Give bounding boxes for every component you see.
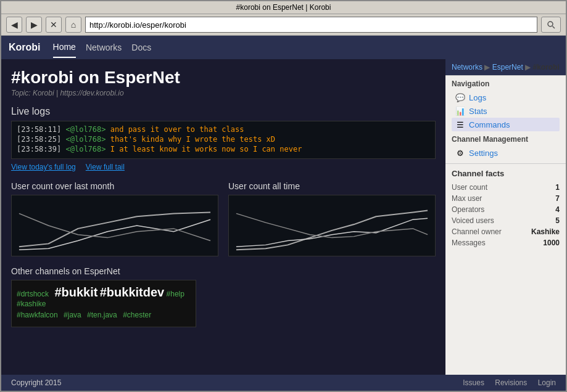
browser-window: #korobi on EsperNet | Korobi ◀ ▶ ✕ ⌂ Kor… <box>0 0 567 392</box>
log-links: View today's full log View full tail <box>11 163 436 171</box>
log-time-1: [23:58:11] <box>17 125 61 134</box>
channels-row-1: #drtshock #bukkit #bukkitdev #help #kash… <box>17 285 191 308</box>
footer-revisions-link[interactable]: Revisions <box>495 378 527 387</box>
charts-row: User count over last month <box>11 181 436 256</box>
commands-icon: ☰ <box>455 120 465 129</box>
forward-button[interactable]: ▶ <box>26 17 42 33</box>
channels-box: #drtshock #bukkit #bukkitdev #help #kash… <box>11 280 196 327</box>
fact-voiced-label: Voiced users <box>452 216 494 225</box>
chart1-area <box>11 195 218 256</box>
content-area: #korobi on EsperNet Topic: Korobi | http… <box>1 59 445 375</box>
chart1-svg <box>12 195 218 256</box>
channel-ten-java[interactable]: #ten.java <box>87 311 117 319</box>
chart2-container: User count all time <box>228 181 436 256</box>
channel-bukkit[interactable]: #bukkit <box>54 285 97 299</box>
svg-line-1 <box>553 27 555 29</box>
fact-max-user: Max user 7 <box>452 193 560 204</box>
view-full-tail-link[interactable]: View full tail <box>86 163 125 171</box>
log-time-3: [23:58:39] <box>17 145 61 153</box>
fact-operators: Operators 4 <box>452 204 560 215</box>
log-line-1: [23:58:11] <@lol768> and pass it over to… <box>17 125 430 134</box>
channel-java[interactable]: #java <box>64 311 81 319</box>
channel-tag-drtshock[interactable]: #drtshock <box>17 290 49 298</box>
channel-chester[interactable]: #chester <box>123 311 151 319</box>
chart1-container: User count over last month <box>11 181 218 256</box>
channel-kashike[interactable]: #kashike <box>17 300 46 308</box>
fact-user-count: User count 1 <box>452 182 560 193</box>
logs-link[interactable]: Logs <box>469 93 486 102</box>
breadcrumb-sep1: ▶ <box>484 63 492 71</box>
log-user-3: <@lol768> <box>65 145 106 153</box>
channel-help[interactable]: #help <box>167 290 184 298</box>
nav-link-networks[interactable]: Networks <box>86 38 122 57</box>
address-bar[interactable] <box>85 17 537 33</box>
copyright-text: Copyright 2015 <box>11 378 61 387</box>
chart2-area <box>228 195 436 256</box>
log-user-2: <@lol768> <box>65 135 106 144</box>
log-line-2: [23:58:25] <@lol768> that's kinda why I … <box>17 135 430 144</box>
nav-link-home[interactable]: Home <box>53 37 76 58</box>
main-layout: #korobi on EsperNet Topic: Korobi | http… <box>1 59 566 375</box>
fact-user-count-value: 1 <box>555 183 560 192</box>
logs-icon: 💬 <box>455 92 465 102</box>
stop-button[interactable]: ✕ <box>46 17 62 33</box>
fact-user-count-label: User count <box>452 183 487 192</box>
chart1-title: User count over last month <box>11 181 218 191</box>
fact-messages-value: 1000 <box>543 239 560 247</box>
title-bar: #korobi on EsperNet | Korobi <box>1 1 566 14</box>
footer-issues-link[interactable]: Issues <box>463 378 484 387</box>
fact-operators-label: Operators <box>452 205 484 214</box>
breadcrumb-current: #korobi <box>532 63 559 71</box>
facts-table: User count 1 Max user 7 Operators 4 Vo <box>452 182 560 248</box>
page-title: #korobi on EsperNet <box>11 68 436 88</box>
page-content: Korobi Home Networks Docs #korobi on Esp… <box>1 36 566 391</box>
fact-operators-value: 4 <box>555 205 560 214</box>
fact-messages-label: Messages <box>452 239 486 247</box>
fact-max-user-label: Max user <box>452 194 482 203</box>
sidebar-item-logs[interactable]: 💬 Logs <box>452 91 560 104</box>
log-line-3: [23:58:39] <@lol768> I at least know it … <box>17 145 430 153</box>
breadcrumb-networks[interactable]: Networks <box>452 63 482 71</box>
log-user-1: <@lol768> <box>65 125 106 134</box>
page-footer: Copyright 2015 Issues Revisions Login <box>1 375 566 391</box>
fact-voiced-value: 5 <box>555 216 560 225</box>
footer-login-link[interactable]: Login <box>538 378 556 387</box>
breadcrumb-sep2: ▶ <box>525 63 532 71</box>
channels-row-2: #hawkfalcon #java #ten.java #chester <box>17 311 191 319</box>
log-msg-3: I at least know it works now so I can ne… <box>110 145 302 153</box>
brand-logo: Korobi <box>9 42 41 53</box>
sidebar-item-commands[interactable]: ☰ Commands <box>452 118 560 131</box>
log-msg-2: that's kinda why I wrote the tests xD <box>110 135 275 144</box>
settings-link[interactable]: Settings <box>469 149 498 158</box>
navigation-title: Navigation <box>452 80 560 88</box>
home-button[interactable]: ⌂ <box>65 17 81 33</box>
fact-channel-owner: Channel owner Kashike <box>452 226 560 237</box>
breadcrumb-espernet[interactable]: EsperNet <box>492 63 523 71</box>
fact-owner-label: Channel owner <box>452 227 502 236</box>
log-time-2: [23:58:25] <box>17 135 61 144</box>
sidebar-navigation-section: Navigation 💬 Logs 📊 Stats ☰ Commands Cha… <box>445 76 566 161</box>
footer-links: Issues Revisions Login <box>454 378 556 387</box>
stats-icon: 📊 <box>455 106 465 116</box>
channel-hawkfalcon[interactable]: #hawkfalcon <box>17 311 58 319</box>
top-navigation: Korobi Home Networks Docs <box>1 36 566 59</box>
channel-facts-title: Channel facts <box>452 169 560 178</box>
search-button[interactable] <box>541 17 561 33</box>
sidebar-item-settings[interactable]: ⚙ Settings <box>452 146 560 160</box>
browser-toolbar: ◀ ▶ ✕ ⌂ <box>1 14 566 36</box>
sidebar-breadcrumb: Networks ▶ EsperNet ▶ #korobi <box>445 59 566 76</box>
svg-point-0 <box>548 22 553 27</box>
other-channels-title: Other channels on EsperNet <box>11 266 436 276</box>
chart2-title: User count all time <box>228 181 436 191</box>
back-button[interactable]: ◀ <box>6 17 22 33</box>
stats-link[interactable]: Stats <box>469 107 487 116</box>
sidebar-item-stats[interactable]: 📊 Stats <box>452 104 560 118</box>
channel-bukkitdev[interactable]: #bukkitdev <box>100 285 164 299</box>
view-today-log-link[interactable]: View today's full log <box>11 163 76 171</box>
page-subtitle: Topic: Korobi | https://dev.korobi.io <box>11 89 436 97</box>
log-msg-1: and pass it over to that class <box>110 125 244 134</box>
nav-link-docs[interactable]: Docs <box>131 38 151 57</box>
commands-link[interactable]: Commands <box>469 120 510 129</box>
channel-management-title: Channel Management <box>452 135 560 144</box>
live-logs-title: Live logs <box>11 106 436 117</box>
